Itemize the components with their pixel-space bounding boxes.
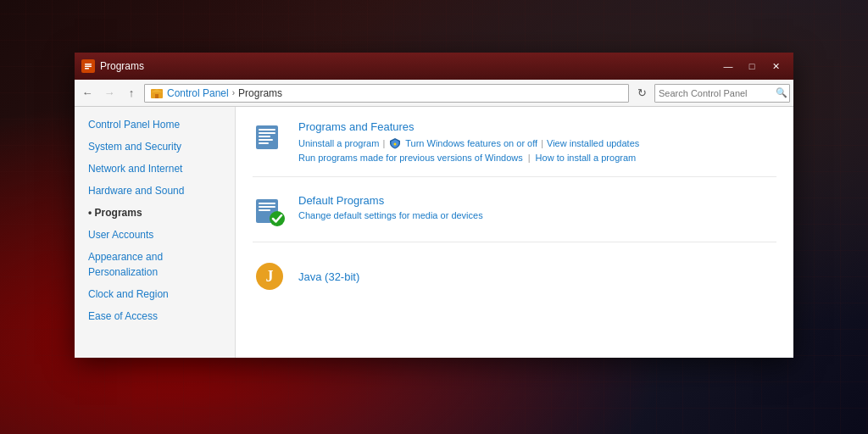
run-previous-link[interactable]: Run programs made for previous versions …: [298, 153, 523, 163]
sidebar-item-control-panel-home[interactable]: Control Panel Home: [75, 114, 235, 136]
window-controls: — □ ✕: [717, 58, 787, 75]
sidebar-item-programs: Programs: [75, 202, 235, 224]
titlebar: Programs — □ ✕: [75, 53, 793, 80]
programs-features-icon: [253, 120, 287, 154]
svg-text:J: J: [266, 268, 274, 285]
sidebar-item-network-internet[interactable]: Network and Internet: [75, 158, 235, 180]
sidebar-item-user-accounts[interactable]: User Accounts: [75, 224, 235, 246]
breadcrumb-control-panel[interactable]: Control Panel: [167, 87, 229, 99]
refresh-button[interactable]: ↻: [632, 84, 651, 103]
default-programs-icon: [253, 194, 287, 228]
control-panel-window: Programs — □ ✕ ← → ↑ Control Panel › Pro…: [75, 53, 793, 358]
svg-rect-8: [259, 129, 275, 131]
sidebar-item-ease-of-access[interactable]: Ease of Access: [75, 305, 235, 327]
main-content: Programs and Features Uninstall a progra…: [236, 107, 793, 358]
addressbar: ← → ↑ Control Panel › Programs ↻ 🔍: [75, 80, 793, 107]
svg-rect-9: [259, 132, 275, 134]
programs-features-section: Programs and Features Uninstall a progra…: [253, 120, 776, 177]
java-icon: J: [253, 259, 287, 293]
shield-icon: [389, 136, 403, 150]
search-input[interactable]: [659, 88, 776, 98]
uninstall-program-link[interactable]: Uninstall a program: [298, 138, 379, 148]
breadcrumb-programs: Programs: [238, 87, 282, 99]
sidebar-item-clock-region[interactable]: Clock and Region: [75, 283, 235, 305]
svg-rect-6: [155, 94, 159, 98]
programs-features-content: Programs and Features Uninstall a progra…: [298, 120, 776, 163]
programs-features-links: Uninstall a program | Turn Windows featu…: [298, 136, 776, 150]
default-programs-section: Default Programs Change default settings…: [253, 194, 776, 242]
svg-rect-2: [85, 66, 92, 68]
up-button[interactable]: ↑: [122, 84, 141, 103]
programs-features-title[interactable]: Programs and Features: [298, 120, 776, 133]
default-programs-title[interactable]: Default Programs: [298, 194, 776, 207]
svg-rect-3: [85, 68, 89, 70]
svg-rect-17: [259, 209, 270, 211]
windows-features-link[interactable]: Turn Windows features on or off: [405, 138, 537, 148]
svg-rect-12: [259, 142, 269, 144]
java-content: Java (32-bit): [298, 270, 776, 283]
svg-rect-1: [85, 64, 92, 65]
forward-button[interactable]: →: [100, 84, 119, 103]
java-title[interactable]: Java (32-bit): [298, 270, 776, 283]
programs-features-sublinks: Run programs made for previous versions …: [298, 153, 776, 163]
default-programs-content: Default Programs Change default settings…: [298, 194, 776, 223]
minimize-button[interactable]: —: [717, 58, 739, 75]
sidebar: Control Panel Home System and Security N…: [75, 107, 236, 358]
java-section: J Java (32-bit): [253, 259, 776, 307]
svg-rect-16: [259, 206, 275, 208]
window-title: Programs: [100, 60, 717, 72]
window-icon: [81, 59, 95, 73]
back-button[interactable]: ←: [78, 84, 97, 103]
svg-rect-11: [259, 139, 273, 141]
how-to-install-link[interactable]: How to install a program: [536, 153, 637, 163]
maximize-button[interactable]: □: [741, 58, 763, 75]
sidebar-item-appearance-personalization[interactable]: Appearance and Personalization: [75, 246, 235, 283]
svg-rect-10: [259, 136, 270, 137]
default-programs-links: Change default settings for media or dev…: [298, 210, 776, 220]
sidebar-item-hardware-sound[interactable]: Hardware and Sound: [75, 180, 235, 202]
change-defaults-link[interactable]: Change default settings for media or dev…: [298, 210, 483, 220]
close-button[interactable]: ✕: [765, 58, 787, 75]
svg-rect-15: [259, 203, 275, 204]
view-updates-link[interactable]: View installed updates: [547, 138, 639, 148]
sidebar-item-system-security[interactable]: System and Security: [75, 136, 235, 158]
content-area: Control Panel Home System and Security N…: [75, 107, 793, 358]
search-icon[interactable]: 🔍: [776, 87, 787, 98]
address-path[interactable]: Control Panel › Programs: [144, 84, 629, 103]
search-box[interactable]: 🔍: [654, 84, 790, 103]
svg-point-13: [394, 143, 397, 146]
